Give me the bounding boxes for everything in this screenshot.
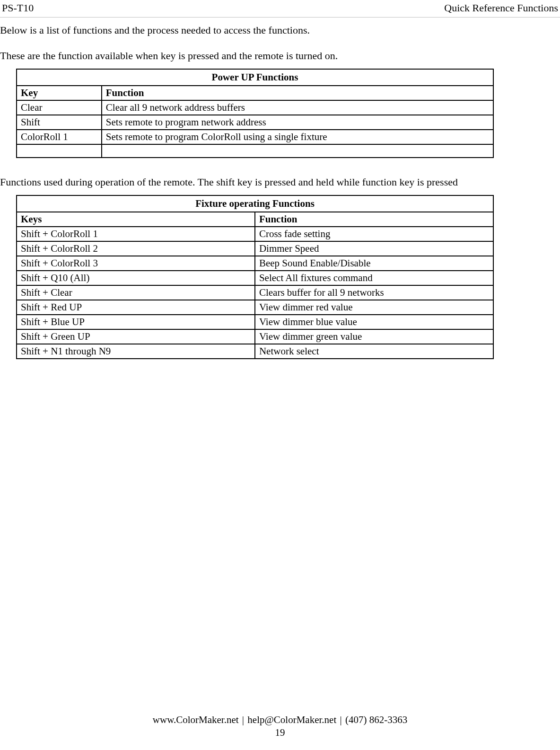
footer-email: help@ColorMaker.net <box>247 714 336 725</box>
page-footer: www.ColorMaker.net | help@ColorMaker.net… <box>0 714 560 739</box>
cell-key: ColorRoll 1 <box>17 130 102 144</box>
cell-function: View dimmer blue value <box>255 315 493 329</box>
cell-key: Shift + Q10 (All) <box>17 271 255 285</box>
cell-key: Shift + ColorRoll 1 <box>17 227 255 241</box>
page-number: 19 <box>0 727 560 739</box>
table-row: Shift + Green UP View dimmer green value <box>17 329 493 344</box>
section1-lead: These are the function available when ke… <box>0 50 558 62</box>
header-left: PS-T10 <box>2 2 34 14</box>
cell-function: Select All fixtures command <box>255 271 493 285</box>
cell-function: Network select <box>255 344 493 359</box>
intro-paragraph: Below is a list of functions and the pro… <box>0 24 558 36</box>
footer-phone: (407) 862-3363 <box>345 714 407 725</box>
cell-key: Shift + Red UP <box>17 300 255 315</box>
table-row: Shift + Red UP View dimmer red value <box>17 300 493 315</box>
table-row: Shift + ColorRoll 1 Cross fade setting <box>17 227 493 241</box>
footer-separator: | <box>340 714 341 725</box>
cell-key: Shift + Clear <box>17 285 255 300</box>
fixture-operating-functions-table: Fixture operating Functions Keys Functio… <box>16 195 494 359</box>
cell-function <box>102 144 493 158</box>
cell-function: Sets remote to program ColorRoll using a… <box>102 130 493 144</box>
table1-title: Power UP Functions <box>17 69 493 86</box>
cell-function: Sets remote to program network address <box>102 115 493 130</box>
power-up-functions-table: Power UP Functions Key Function Clear Cl… <box>16 69 494 158</box>
table2-col2-header: Function <box>255 212 493 227</box>
table-row: ColorRoll 1 Sets remote to program Color… <box>17 130 493 144</box>
cell-function: Clears buffer for all 9 networks <box>255 285 493 300</box>
cell-key: Shift + N1 through N9 <box>17 344 255 359</box>
table-row: Shift + ColorRoll 2 Dimmer Speed <box>17 241 493 256</box>
cell-function: Cross fade setting <box>255 227 493 241</box>
table-row <box>17 144 493 158</box>
table1-col1-header: Key <box>17 86 102 100</box>
cell-key: Shift + ColorRoll 3 <box>17 256 255 271</box>
table-row: Shift + Blue UP View dimmer blue value <box>17 315 493 329</box>
table-row: Shift + Clear Clears buffer for all 9 ne… <box>17 285 493 300</box>
cell-function: Dimmer Speed <box>255 241 493 256</box>
page-header: PS-T10 Quick Reference Functions <box>0 0 560 18</box>
cell-key: Shift + ColorRoll 2 <box>17 241 255 256</box>
cell-function: Clear all 9 network address buffers <box>102 100 493 115</box>
header-right: Quick Reference Functions <box>444 2 558 14</box>
table-row: Shift + Q10 (All) Select All fixtures co… <box>17 271 493 285</box>
table-row: Shift + N1 through N9 Network select <box>17 344 493 359</box>
cell-key <box>17 144 102 158</box>
section2-lead: Functions used during operation of the r… <box>0 176 558 188</box>
cell-function: View dimmer green value <box>255 329 493 344</box>
table-row: Shift + ColorRoll 3 Beep Sound Enable/Di… <box>17 256 493 271</box>
footer-website: www.ColorMaker.net <box>153 714 239 725</box>
cell-key: Shift <box>17 115 102 130</box>
cell-key: Clear <box>17 100 102 115</box>
footer-separator: | <box>242 714 244 725</box>
cell-key: Shift + Blue UP <box>17 315 255 329</box>
table-row: Shift Sets remote to program network add… <box>17 115 493 130</box>
table2-col1-header: Keys <box>17 212 255 227</box>
cell-key: Shift + Green UP <box>17 329 255 344</box>
table1-col2-header: Function <box>102 86 493 100</box>
cell-function: View dimmer red value <box>255 300 493 315</box>
cell-function: Beep Sound Enable/Disable <box>255 256 493 271</box>
table2-title: Fixture operating Functions <box>17 195 493 212</box>
table-row: Clear Clear all 9 network address buffer… <box>17 100 493 115</box>
